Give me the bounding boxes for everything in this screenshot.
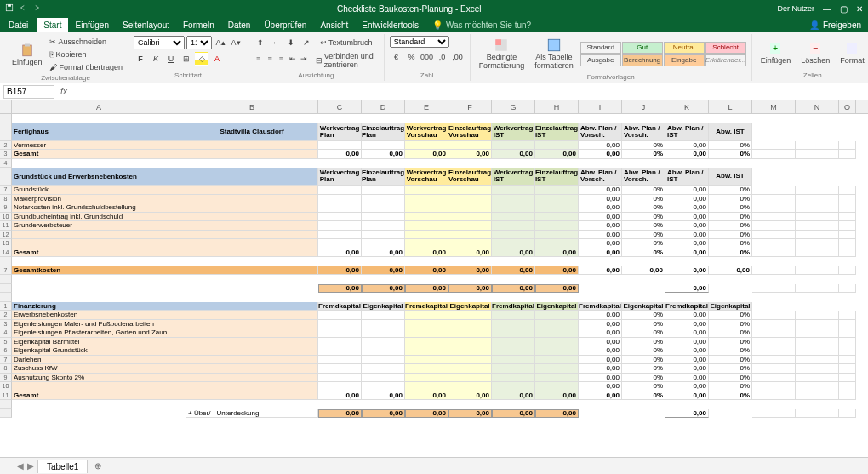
currency-icon[interactable]: €	[390, 50, 403, 64]
cell[interactable]: Eigenkapital Grundstück	[12, 346, 186, 356]
cell[interactable]: 0,00	[579, 195, 622, 204]
cell[interactable]	[839, 275, 856, 284]
cell[interactable]: 0%	[622, 141, 665, 151]
cell[interactable]	[796, 114, 839, 123]
cell[interactable]	[12, 239, 186, 248]
cell[interactable]: 0,00	[405, 266, 448, 276]
cell[interactable]	[12, 257, 186, 266]
cell[interactable]: 0%	[709, 391, 752, 401]
cell[interactable]	[752, 382, 796, 391]
cell[interactable]	[492, 221, 535, 231]
cell[interactable]	[622, 257, 665, 266]
cell[interactable]	[709, 114, 752, 123]
cell[interactable]: 0,00	[535, 266, 579, 276]
cell[interactable]	[839, 141, 856, 151]
cell[interactable]	[186, 311, 318, 320]
cell[interactable]: 0,00	[665, 364, 709, 374]
cell[interactable]	[405, 311, 448, 320]
cell[interactable]	[448, 159, 492, 168]
sheet-nav-prev-icon[interactable]: ◀	[17, 461, 24, 471]
cell[interactable]	[839, 293, 856, 302]
cell[interactable]	[665, 293, 709, 302]
row-header[interactable]: 13	[0, 239, 12, 248]
cell[interactable]	[448, 221, 492, 231]
cell[interactable]	[492, 328, 535, 338]
cell[interactable]	[492, 338, 535, 347]
cell[interactable]	[186, 257, 318, 266]
indent-inc-icon[interactable]: ⇥	[299, 52, 308, 66]
cell[interactable]	[318, 186, 362, 195]
cell[interactable]	[839, 338, 856, 347]
cell[interactable]	[448, 186, 492, 195]
cell[interactable]	[839, 328, 856, 338]
cell[interactable]	[12, 275, 186, 284]
col-header-M[interactable]: M	[752, 100, 796, 113]
cell[interactable]	[796, 338, 839, 347]
cell[interactable]	[752, 356, 796, 365]
cell[interactable]	[362, 311, 405, 320]
align-middle-icon[interactable]: ↔	[269, 36, 283, 49]
cell[interactable]: 0%	[709, 356, 752, 365]
col-header-I[interactable]: I	[579, 100, 622, 113]
cell[interactable]	[796, 275, 839, 284]
cell[interactable]	[752, 266, 796, 276]
tab-seitenlayout[interactable]: Seitenlayout	[116, 18, 176, 32]
cell[interactable]: 0%	[622, 231, 665, 240]
cell[interactable]	[318, 328, 362, 338]
row-header[interactable]: 11	[0, 221, 12, 231]
cell[interactable]	[535, 320, 579, 329]
cell[interactable]: 0%	[709, 346, 752, 356]
cell[interactable]	[405, 195, 448, 204]
cell[interactable]: Eigenleistungen Pflasterarbeiten, Garten…	[12, 328, 186, 338]
cell[interactable]: 0,00	[579, 150, 622, 159]
cell[interactable]	[752, 284, 796, 294]
cell[interactable]	[839, 409, 856, 419]
cell[interactable]: 0,00	[362, 248, 405, 258]
cell[interactable]	[796, 346, 839, 356]
row-header[interactable]	[0, 284, 12, 294]
cell[interactable]	[186, 364, 318, 374]
cell[interactable]: Grundstück	[12, 186, 186, 195]
cell[interactable]	[535, 159, 579, 168]
insert-cells-button[interactable]: +Einfügen	[757, 39, 795, 67]
cell[interactable]	[622, 293, 665, 302]
row-header[interactable]: 2	[0, 141, 12, 151]
cell[interactable]	[318, 231, 362, 240]
cell[interactable]	[796, 257, 839, 266]
style-erklaerender[interactable]: Erklärender...	[705, 54, 746, 66]
cell[interactable]: 0%	[709, 186, 752, 195]
border-icon[interactable]: ⊞	[180, 52, 193, 66]
cell[interactable]: 0,00	[405, 409, 448, 419]
cell[interactable]	[492, 275, 535, 284]
row-header[interactable]: 11	[0, 391, 12, 401]
cell[interactable]: 0%	[622, 186, 665, 195]
cell[interactable]: 0%	[709, 221, 752, 231]
cell[interactable]	[752, 195, 796, 204]
cell[interactable]	[535, 293, 579, 302]
col-header-D[interactable]: D	[362, 100, 405, 113]
cell[interactable]	[796, 141, 839, 151]
cell[interactable]	[405, 374, 448, 383]
cell[interactable]: 0,00	[665, 409, 709, 419]
delete-cells-button[interactable]: −Löschen	[797, 39, 833, 67]
wrap-text-button[interactable]: ↩Textumbruch	[320, 36, 373, 49]
col-header-F[interactable]: F	[448, 100, 492, 113]
format-cells-button[interactable]: Format	[837, 39, 868, 67]
cell[interactable]	[752, 346, 796, 356]
cell[interactable]	[796, 293, 839, 302]
cell[interactable]	[709, 400, 752, 409]
conditional-formatting-button[interactable]: Bedingte Formatierung	[476, 36, 528, 72]
cell[interactable]: 0,00	[492, 391, 535, 401]
cell[interactable]: 0%	[709, 195, 752, 204]
cell[interactable]: 0,00	[579, 364, 622, 374]
cell[interactable]: 0,00	[665, 320, 709, 329]
share-button[interactable]: 👤 Freigeben	[802, 18, 868, 32]
cell[interactable]	[448, 239, 492, 248]
cell[interactable]	[492, 400, 535, 409]
cell[interactable]: 0,00	[579, 186, 622, 195]
cell[interactable]: 0,00	[665, 311, 709, 320]
cell[interactable]	[579, 293, 622, 302]
cell[interactable]	[709, 159, 752, 168]
cell[interactable]	[622, 114, 665, 123]
cell[interactable]	[318, 346, 362, 356]
